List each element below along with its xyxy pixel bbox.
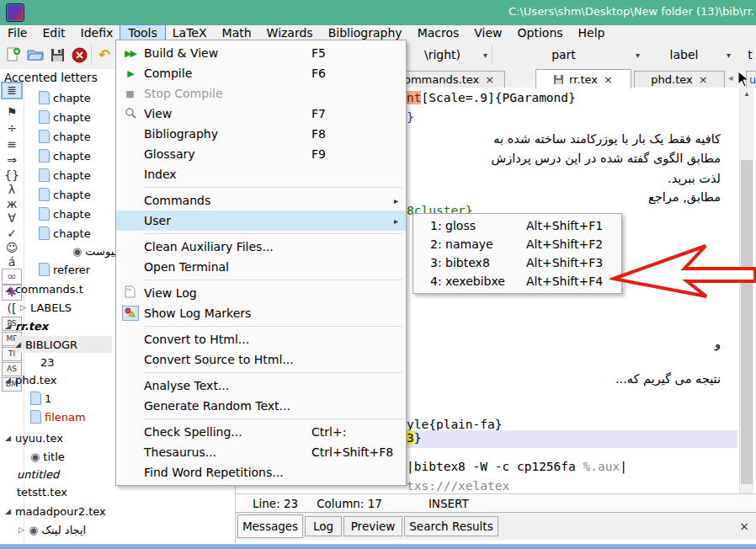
menu-tools[interactable]: Tools <box>120 25 165 40</box>
menu-view[interactable]: View <box>466 25 509 40</box>
expander-open-icon[interactable]: ◢ <box>5 322 11 330</box>
menu-item-clean-auxiliary-files[interactable]: Clean Auxiliary Files... <box>116 237 406 257</box>
tree-item-madadpour2-tex[interactable]: ◢madadpour2.tex <box>5 503 106 520</box>
relations-icon[interactable]: ≡ <box>3 137 21 152</box>
close-file-button[interactable] <box>69 45 89 65</box>
undo-button[interactable]: ↶ <box>94 45 114 65</box>
tree-item-chapter[interactable]: chapte <box>39 167 91 184</box>
submenu-item-namaye[interactable]: 2: namayeAlt+Shift+F2 <box>413 235 621 253</box>
menu-file[interactable]: File <box>0 25 35 40</box>
tree-item-phd-tex[interactable]: ◢phd.tex <box>5 371 56 388</box>
menu-item-view-log[interactable]: logView Log <box>116 283 406 303</box>
expander-open-icon[interactable]: ◢ <box>5 507 11 515</box>
titlebar[interactable]: C:\Users\shm\Desktop\New folder (13)\bib… <box>0 0 756 25</box>
scrollbar-thumb[interactable] <box>741 160 753 484</box>
tree-item-partial[interactable]: ◉ <box>30 540 43 543</box>
expander-closed-icon[interactable]: ▷ <box>20 303 26 312</box>
tree-item-chapter[interactable]: chapte <box>39 186 91 203</box>
tree-item-filename[interactable]: filenam <box>30 408 86 425</box>
menu-item-check-spelling[interactable]: Check Spelling...Ctrl+: <box>116 422 406 442</box>
tree-item-chapter[interactable]: chapte <box>39 128 91 145</box>
menu-macros[interactable]: Macros <box>410 25 467 40</box>
scroll-up-icon[interactable]: ▴ <box>740 88 753 100</box>
tab-rr-tex[interactable]: rr.tex× <box>535 69 631 88</box>
tab-phd-tex[interactable]: phd.tex× <box>634 71 725 88</box>
menu-item-commands[interactable]: Commands▸ <box>116 190 406 211</box>
arrows-icon[interactable]: ⇒ <box>3 153 21 168</box>
tree-item-references[interactable]: referer <box>39 261 90 278</box>
menu-item-build-view[interactable]: ▶▶Build & ViewF5 <box>116 43 406 63</box>
menu-item-glossary[interactable]: GlossaryF9 <box>116 144 406 164</box>
menu-item-find-word-repetitions[interactable]: Find Word Repetitions... <box>116 462 406 482</box>
tab-scroll-left-icon[interactable]: ◂ <box>728 72 733 83</box>
save-button[interactable] <box>47 45 67 65</box>
tab-log[interactable]: Log <box>305 516 342 536</box>
menu-item-convert-source-to-html[interactable]: Convert Source to Html... <box>116 349 406 370</box>
structure-icon[interactable]: ≣ <box>3 83 21 98</box>
tab-close-icon[interactable]: × <box>699 73 708 86</box>
tree-item-appendix[interactable]: ◉پیوست <box>72 243 117 259</box>
menu-idefix[interactable]: Idefix <box>73 25 121 40</box>
submenu-item-xexebibxe[interactable]: 4: xexebibxeAlt+Shift+F4 <box>413 272 621 290</box>
math-operators-icon[interactable]: ÷ <box>3 121 21 136</box>
menu-latex[interactable]: LaTeX <box>165 25 215 40</box>
tab-close-icon[interactable]: × <box>485 73 494 86</box>
menu-item-convert-to-html[interactable]: Convert to Html... <box>116 329 406 349</box>
tab-close-icon[interactable]: × <box>604 73 613 86</box>
misc-symbols-icon[interactable]: ☺ <box>3 241 21 255</box>
tree-item-1[interactable]: 1 <box>30 390 51 407</box>
open-file-button[interactable] <box>25 45 45 65</box>
expander-open-icon[interactable]: ◢ <box>5 376 11 384</box>
tree-item-chapter[interactable]: chapte <box>39 109 91 125</box>
tree-item-untitled[interactable]: untitled <box>17 466 59 482</box>
menu-math[interactable]: Math <box>215 25 259 40</box>
expander-closed-icon[interactable]: ▷ <box>19 525 24 534</box>
accented-letters-icon[interactable]: á <box>3 255 21 269</box>
truncated-dropdown[interactable]: t <box>744 45 756 65</box>
menu-item-thesaurus[interactable]: Thesaurus...Ctrl+Shift+F8 <box>116 442 406 462</box>
logic-icon[interactable]: ∀ <box>3 211 21 226</box>
menu-item-index[interactable]: Index <box>116 164 406 184</box>
tab-search-results[interactable]: Search Results <box>404 516 498 536</box>
submenu-item-bibtex8[interactable]: 3: bibtex8Alt+Shift+F3 <box>413 253 621 272</box>
menu-item-user[interactable]: User▸ <box>116 211 406 231</box>
new-file-button[interactable] <box>3 45 24 65</box>
menu-item-bibliography[interactable]: BibliographyF8 <box>116 124 406 144</box>
bookmark-icon[interactable]: ⚑ <box>3 105 21 120</box>
tree-item-chapter[interactable]: chapte <box>39 147 91 164</box>
expander-open-icon[interactable]: ◢ <box>5 434 11 442</box>
tree-item-chapter[interactable]: chapte <box>39 89 91 106</box>
tree-item-chapter[interactable]: chapte <box>39 225 91 242</box>
cyrillic-icon[interactable]: ж <box>3 197 21 211</box>
tree-item-bibliography[interactable]: ◢BIBLIOGR <box>15 336 112 353</box>
menu-item-show-log-markers[interactable]: Show Log Markers <box>116 303 406 323</box>
menu-options[interactable]: Options <box>510 25 571 40</box>
menu-item-analyse-text[interactable]: Analyse Text... <box>116 376 406 396</box>
label-dropdown[interactable]: label▾ <box>647 45 731 65</box>
panel-close-icon[interactable]: × <box>739 520 749 533</box>
sectioning-dropdown[interactable]: part▾ <box>497 45 640 65</box>
menu-bibliography[interactable]: Bibliography <box>321 25 410 40</box>
menu-item-compile[interactable]: ▶CompileF6 <box>116 63 406 83</box>
expander-open-icon[interactable]: ◢ <box>15 340 21 349</box>
tab-messages[interactable]: Messages <box>237 514 303 538</box>
tab-preview[interactable]: Preview <box>343 516 402 536</box>
menu-help[interactable]: Help <box>571 25 613 40</box>
tree-item-title[interactable]: ◉title <box>30 448 65 465</box>
submenu-item-gloss[interactable]: 1: glossAlt+Shift+F1 <box>413 216 621 235</box>
tree-item-uyuu-tex[interactable]: ◢uyuu.tex <box>5 429 63 446</box>
tree-item-labels[interactable]: ▷LABELS <box>20 299 72 316</box>
tree-item-tetstt-tex[interactable]: tetstt.tex <box>17 483 67 500</box>
check-icon[interactable]: ✓ <box>3 227 21 241</box>
tree-item-rr-tex[interactable]: ◢rr.tex <box>5 317 48 334</box>
tree-item-create-link[interactable]: ▷◉ایجاد لینک <box>19 521 86 538</box>
menu-item-open-terminal[interactable]: Open Terminal <box>116 257 406 277</box>
tree-item-23[interactable]: 23 <box>40 354 55 370</box>
tree-item-chapter[interactable]: chapte <box>39 205 91 222</box>
greek-icon[interactable]: λ <box>3 183 21 197</box>
tree-item-commands-tex[interactable]: ◢commands.t <box>5 280 83 297</box>
menu-wizards[interactable]: Wizards <box>259 25 321 40</box>
menu-item-view[interactable]: ViewF7 <box>116 104 406 124</box>
menu-edit[interactable]: Edit <box>35 25 72 40</box>
expander-open-icon[interactable]: ◢ <box>5 285 11 293</box>
